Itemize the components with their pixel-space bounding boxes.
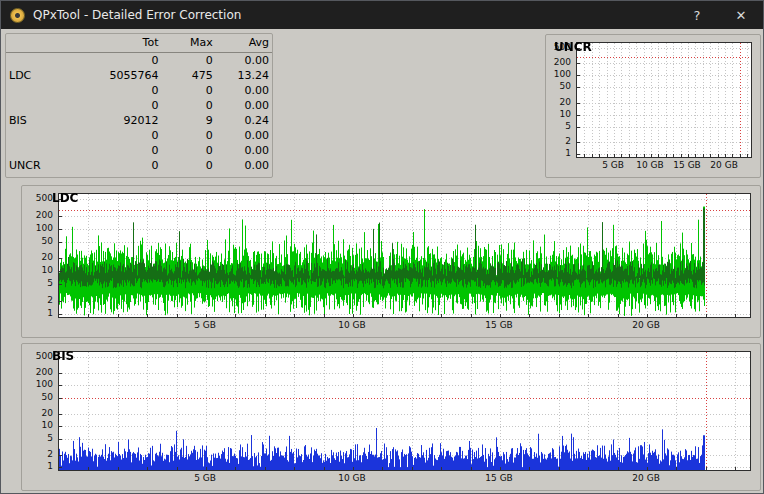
y-tick-label: 2 [546, 136, 571, 146]
y-tick-label: 10 [22, 265, 53, 275]
ldc-chart-canvas [59, 194, 750, 317]
max-value: 0 [161, 128, 215, 143]
ldc-plot-area [58, 193, 751, 318]
bis-plot-area [58, 351, 751, 471]
table-row: 000.00 [6, 98, 272, 113]
y-tick-label: 5 [22, 433, 53, 443]
table-row: LDC505576447513.24 [6, 68, 272, 83]
row-label [6, 53, 59, 69]
x-tick-label: 20 GB [632, 473, 659, 483]
table-row: BIS9201290.24 [6, 113, 272, 128]
tot-value: 0 [59, 83, 161, 98]
table-row: UNCR000.00 [6, 158, 272, 173]
stats-header-tot: Tot [59, 34, 161, 53]
y-tick-label: 500 [22, 193, 53, 203]
error-stats-panel: Tot Max Avg 000.00LDC505576447513.24000.… [5, 33, 273, 178]
y-tick-label: 100 [22, 223, 53, 233]
tot-value: 0 [59, 128, 161, 143]
table-row: 000.00 [6, 53, 272, 69]
y-tick-label: 1 [22, 308, 53, 318]
stats-header-max: Max [161, 34, 215, 53]
stats-header-avg: Avg [216, 34, 272, 53]
x-tick-label: 20 GB [710, 160, 737, 170]
row-label [6, 128, 59, 143]
uncr-chart-canvas [577, 43, 751, 157]
y-tick-label: 5 [22, 278, 53, 288]
tot-value: 0 [59, 143, 161, 158]
y-tick-label: 5 [546, 121, 571, 131]
row-label: BIS [6, 113, 59, 128]
help-button[interactable]: ? [675, 1, 719, 29]
y-tick-label: 10 [546, 109, 571, 119]
stats-header-blank [6, 34, 59, 53]
stats-table-body: 000.00LDC505576447513.24000.00000.00BIS9… [6, 53, 272, 174]
app-icon [10, 8, 25, 23]
y-tick-label: 50 [546, 81, 571, 91]
max-value: 0 [161, 53, 215, 69]
avg-value: 0.00 [216, 158, 272, 173]
x-tick-label: 10 GB [338, 473, 365, 483]
max-value: 475 [161, 68, 215, 83]
x-tick-label: 10 GB [338, 320, 365, 330]
y-tick-label: 20 [22, 408, 53, 418]
y-tick-label: 1 [546, 148, 571, 158]
tot-value: 92012 [59, 113, 161, 128]
max-value: 0 [161, 158, 215, 173]
x-tick-label: 15 GB [673, 160, 700, 170]
max-value: 0 [161, 98, 215, 113]
bis-chart-title: BIS [52, 349, 74, 363]
table-row: 000.00 [6, 143, 272, 158]
avg-value: 0.00 [216, 53, 272, 69]
avg-value: 0.00 [216, 83, 272, 98]
avg-value: 0.24 [216, 113, 272, 128]
tot-value: 5055764 [59, 68, 161, 83]
x-tick-label: 15 GB [485, 473, 512, 483]
y-tick-label: 20 [22, 252, 53, 262]
ldc-chart-panel: LDC 1251020501002005005 GB10 GB15 GB20 G… [21, 185, 761, 338]
bis-chart-panel: BIS 1251020501002005005 GB10 GB15 GB20 G… [21, 343, 761, 491]
y-tick-label: 200 [22, 210, 53, 220]
app-window: { "window": { "title": "QPxTool - Detail… [0, 0, 764, 494]
window-title: QPxTool - Detailed Error Correction [33, 8, 241, 22]
titlebar-buttons: ? ✕ [675, 1, 763, 29]
max-value: 0 [161, 143, 215, 158]
ldc-chart-title: LDC [52, 191, 78, 205]
y-tick-label: 200 [546, 57, 571, 67]
table-row: 000.00 [6, 128, 272, 143]
close-button[interactable]: ✕ [719, 1, 763, 29]
y-tick-label: 10 [22, 420, 53, 430]
uncr-chart-panel: UNCR 1251020501002005005 GB10 GB15 GB20 … [545, 34, 761, 178]
y-tick-label: 200 [22, 367, 53, 377]
row-label [6, 143, 59, 158]
y-tick-label: 100 [546, 69, 571, 79]
y-tick-label: 500 [22, 351, 53, 361]
avg-value: 0.00 [216, 128, 272, 143]
x-tick-label: 10 GB [636, 160, 663, 170]
tot-value: 0 [59, 98, 161, 113]
row-label: UNCR [6, 158, 59, 173]
row-label [6, 83, 59, 98]
y-tick-label: 1 [22, 461, 53, 471]
y-tick-label: 20 [546, 97, 571, 107]
x-tick-label: 15 GB [485, 320, 512, 330]
avg-value: 0.00 [216, 98, 272, 113]
tot-value: 0 [59, 53, 161, 69]
x-tick-label: 5 GB [194, 473, 216, 483]
avg-value: 13.24 [216, 68, 272, 83]
tot-value: 0 [59, 158, 161, 173]
y-tick-label: 50 [22, 236, 53, 246]
titlebar: QPxTool - Detailed Error Correction ? ✕ [1, 1, 763, 29]
max-value: 9 [161, 113, 215, 128]
avg-value: 0.00 [216, 143, 272, 158]
uncr-chart-title: UNCR [554, 40, 592, 54]
row-label [6, 98, 59, 113]
x-tick-label: 20 GB [632, 320, 659, 330]
table-row: 000.00 [6, 83, 272, 98]
y-tick-label: 2 [22, 449, 53, 459]
row-label: LDC [6, 68, 59, 83]
max-value: 0 [161, 83, 215, 98]
x-tick-label: 5 GB [602, 160, 624, 170]
y-tick-label: 2 [22, 295, 53, 305]
uncr-plot-area [576, 42, 752, 158]
error-stats-table: Tot Max Avg 000.00LDC505576447513.24000.… [6, 34, 272, 173]
